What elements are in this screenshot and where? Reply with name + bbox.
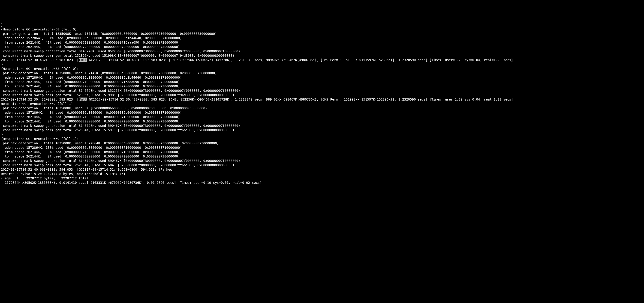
log-line: par new generation total 1835008K, used …	[1, 141, 643, 145]
log-line: par new generation total 1835008K, used …	[1, 106, 643, 110]
log-line: }	[1, 23, 643, 27]
log-line: {Heap before GC invocations=68 (full 0):	[1, 27, 643, 31]
log-line: to space 262144K, 0% used [0x00000007200…	[1, 84, 643, 88]
log-line: from space 262144K, 41% used [0x00000007…	[1, 80, 643, 84]
log-line: concurrent-mark-sweep perm gen total 252…	[1, 163, 643, 167]
log-line: - age 1: 29287712 bytes, 29287712 total	[1, 176, 643, 181]
log-text: GC2017-09-15T14:52:30.433+0800: 583.823:…	[87, 58, 513, 62]
log-line: eden space 1572864K, 0% used [0x00000006…	[1, 110, 643, 115]
log-line: to space 262144K, 0% used [0x00000007200…	[1, 45, 643, 49]
log-line: concurrent mark-sweep generation total 3…	[1, 49, 643, 53]
log-line: 2017-09-15T14:52:40.663+0800: 594.053: […	[1, 167, 643, 172]
log-line: Desired survivor size 134217728 bytes, n…	[1, 172, 643, 176]
terminal-output[interactable]: }{Heap before GC invocations=68 (full 0)…	[0, 22, 644, 186]
log-line: Heap after GC invocations=69 (full 1):	[1, 102, 643, 106]
log-line: {Heap before GC invocations=69 (full 1):	[1, 137, 643, 141]
log-line: }	[1, 62, 643, 67]
log-line: eden space 1572864K, 100% used [0x000000…	[1, 145, 643, 150]
search-highlight: Full	[79, 58, 87, 62]
log-line: par new generation total 1835008K, used …	[1, 71, 643, 75]
log-line: concurrent-mark-sweep perm gen total 252…	[1, 128, 643, 132]
log-line: concurrent mark-sweep generation total 3…	[1, 124, 643, 128]
log-line: concurrent-mark-sweep perm gen total 152…	[1, 53, 643, 58]
log-line: 2017-09-15T14:52:30.432+0800: 583.823: […	[1, 97, 643, 102]
log-line: concurrent mark-sweep generation total 3…	[1, 159, 643, 163]
log-line: concurrent-mark-sweep perm gen total 152…	[1, 93, 643, 97]
log-line: from space 262144K, 41% used [0x00000007…	[1, 40, 643, 45]
log-line: concurrent mark-sweep generation total 3…	[1, 88, 643, 93]
log-text: GC2017-09-15T14:52:30.433+0800: 583.823:…	[87, 97, 513, 101]
log-line: to space 262144K, 0% used [0x00000007200…	[1, 154, 643, 159]
log-line: 2017-09-15T14:52:30.432+0800: 583.823: […	[1, 58, 643, 62]
log-line: to space 262144K, 0% used [0x00000007200…	[1, 119, 643, 124]
log-line: from space 262144K, 0% used [0x000000071…	[1, 115, 643, 119]
log-line: eden space 1572864K, 1% used [0x00000006…	[1, 36, 643, 40]
log-line: from space 262144K, 0% used [0x000000071…	[1, 150, 643, 154]
search-highlight: Full	[79, 97, 87, 101]
log-text: 2017-09-15T14:52:30.432+0800: 583.823: [	[1, 58, 79, 62]
log-text: 2017-09-15T14:52:30.432+0800: 583.823: [	[1, 97, 79, 101]
log-line: par new generation total 1835008K, used …	[1, 31, 643, 36]
log-line: {Heap before GC invocations=68 (full 0):	[1, 67, 643, 71]
log-line: }	[1, 132, 643, 137]
log-line: : 1572864K->80502K(1835008K), 0.0141410 …	[1, 181, 643, 185]
log-line: eden space 1572864K, 1% used [0x00000006…	[1, 75, 643, 80]
